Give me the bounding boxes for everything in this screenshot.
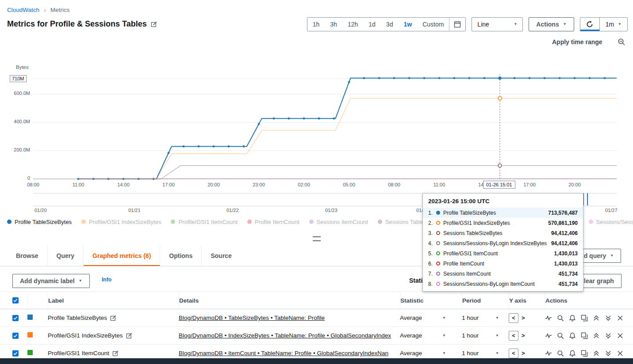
x-axis-tick-label: 14:00 — [116, 182, 131, 187]
edit-label-icon[interactable] — [112, 350, 119, 356]
tooltip-metric-row[interactable]: 1. Profile TableSizeBytes 713,576,487 — [423, 208, 583, 218]
y-axis-left-button[interactable]: < — [509, 313, 518, 323]
move-up-icon[interactable] — [593, 332, 600, 339]
duplicate-icon[interactable] — [581, 350, 588, 357]
panel-resize-handle[interactable] — [313, 236, 321, 241]
tab-graphed-metrics-8[interactable]: Graphed metrics (8) — [83, 246, 160, 266]
statistic-select[interactable]: Average ▼ — [400, 315, 446, 321]
period-value: 1 hour — [462, 315, 479, 321]
metric-details-link[interactable]: Blog/DynamoDB • IndexSizeBytes • TableNa… — [179, 332, 391, 339]
edit-title-icon[interactable] — [151, 21, 157, 27]
alarm-bell-icon[interactable] — [569, 350, 576, 357]
y-axis-right-button[interactable]: > — [522, 350, 525, 356]
legend-item[interactable]: Profile ItemCount — [247, 219, 299, 225]
breadcrumb-cloudwatch-link[interactable]: CloudWatch — [7, 7, 39, 13]
statistic-select[interactable]: Average ▼ — [400, 332, 446, 339]
y-axis-left-button[interactable]: < — [509, 331, 518, 341]
legend-label: Sessions ItemCount — [317, 219, 368, 225]
actions-button[interactable]: Actions ▼ — [529, 17, 574, 31]
y-axis-right-button[interactable]: > — [522, 315, 525, 321]
metric-details-link[interactable]: Blog/DynamoDB • TableSizeBytes • TableNa… — [179, 315, 391, 321]
metric-label[interactable]: Profile TableSizeBytes — [48, 315, 107, 321]
row-checkbox[interactable] — [12, 333, 19, 339]
refresh-button[interactable] — [580, 18, 600, 31]
move-down-icon[interactable] — [605, 332, 612, 339]
header-label: Label — [48, 297, 64, 304]
legend-item[interactable]: Profile TableSizeBytes — [7, 219, 72, 225]
move-down-icon[interactable] — [605, 315, 612, 322]
duplicate-icon[interactable] — [581, 332, 588, 339]
x-axis-tick-label: 11:00 — [71, 182, 86, 187]
tooltip-metric-row[interactable]: 3. Sessions TableSizeBytes 94,412,406 — [423, 228, 583, 238]
time-range-1d[interactable]: 1d — [363, 18, 381, 31]
tooltip-metric-row[interactable]: 8. Sessions/Sessions-ByLogin ItemCount 4… — [423, 279, 583, 289]
refresh-interval-value: 1m — [606, 21, 614, 28]
legend-item[interactable]: Profile/GSI1 IndexSizeBytes — [81, 219, 161, 225]
duplicate-icon[interactable] — [581, 315, 588, 322]
tooltip-metric-row[interactable]: 2. Profile/GSI1 IndexSizeBytes 570,861,1… — [423, 218, 583, 228]
series-marker-icon — [436, 221, 440, 225]
row-checkbox[interactable] — [12, 350, 19, 356]
time-range-12h[interactable]: 12h — [342, 18, 363, 31]
zoom-metric-icon[interactable] — [557, 350, 564, 357]
statistic-select[interactable]: Average ▼ — [400, 350, 446, 356]
period-select[interactable]: 1 hour ▼ — [462, 315, 499, 321]
chevron-down-icon: ▼ — [495, 352, 499, 355]
info-link[interactable]: Info — [102, 277, 111, 283]
y-axis-right-button[interactable]: > — [522, 332, 525, 339]
tooltip-metric-value: 1,430,013 — [554, 250, 578, 257]
move-up-icon[interactable] — [593, 315, 600, 322]
legend-item[interactable]: Sessions/Sessions-ByLogin ItemCount — [589, 219, 633, 225]
time-range-3d[interactable]: 3d — [381, 18, 399, 31]
graph-metric-icon[interactable] — [545, 350, 552, 357]
period-select[interactable]: 1 hour ▼ — [462, 332, 499, 339]
chevron-down-icon: ▼ — [618, 23, 621, 26]
scrubber-handle[interactable] — [583, 193, 588, 205]
time-range-1h[interactable]: 1h — [307, 18, 325, 31]
row-checkbox[interactable] — [12, 315, 19, 321]
tooltip-metric-value: 451,734 — [559, 281, 578, 287]
graph-metric-icon[interactable] — [545, 315, 552, 322]
refresh-interval-select[interactable]: 1m ▼ — [600, 18, 627, 31]
time-range-1w[interactable]: 1w — [398, 18, 417, 31]
move-up-icon[interactable] — [593, 350, 600, 357]
alarm-bell-icon[interactable] — [569, 315, 576, 322]
remove-metric-icon[interactable] — [617, 315, 624, 322]
scrubber-date-label: 01/22 — [226, 208, 239, 213]
alarm-bell-icon[interactable] — [569, 332, 576, 339]
legend-color-dot-icon — [378, 220, 382, 224]
legend-item[interactable]: Profile/GSI1 ItemCount — [171, 219, 238, 225]
chart-type-select[interactable]: Line ▼ — [472, 17, 523, 31]
zoom-metric-icon[interactable] — [557, 315, 564, 322]
remove-metric-icon[interactable] — [617, 332, 624, 339]
metric-label[interactable]: Profile/GSI1 ItemCount — [48, 350, 109, 356]
tab-query[interactable]: Query — [47, 246, 83, 266]
edit-label-icon[interactable] — [110, 315, 116, 321]
tab-browse[interactable]: Browse — [7, 246, 47, 266]
move-down-icon[interactable] — [605, 350, 612, 357]
metric-details-link[interactable]: Blog/DynamoDB • ItemCount • TableName: P… — [179, 350, 391, 356]
x-axis-tick-label: 20:00 — [206, 182, 221, 187]
tooltip-metric-value: 94,412,406 — [551, 230, 578, 236]
tab-source[interactable]: Source — [201, 246, 240, 266]
time-range-3h[interactable]: 3h — [325, 18, 342, 31]
add-dynamic-label-button[interactable]: Add dynamic label ▼ — [12, 274, 90, 288]
custom-range-button[interactable]: Custom — [417, 18, 449, 31]
graph-metric-icon[interactable] — [545, 332, 552, 339]
remove-metric-icon[interactable] — [617, 350, 624, 357]
tooltip-metric-row[interactable]: 5. Profile/GSI1 ItemCount 1,430,013 — [423, 248, 583, 258]
calendar-button[interactable] — [449, 18, 465, 31]
header-period: Period — [462, 297, 481, 304]
tooltip-metric-row[interactable]: 4. Sessions/Sessions-ByLogin IndexSizeBy… — [423, 238, 583, 248]
metric-label[interactable]: Profile/GSI1 IndexSizeBytes — [48, 332, 123, 339]
legend-item[interactable]: Sessions ItemCount — [309, 219, 368, 225]
zoom-metric-icon[interactable] — [557, 332, 564, 339]
y-axis-left-button[interactable]: < — [509, 349, 518, 358]
tooltip-metric-row[interactable]: 7. Sessions ItemCount 451,734 — [423, 269, 583, 279]
select-all-checkbox[interactable] — [12, 297, 19, 303]
tooltip-metric-row[interactable]: 6. Profile ItemCount 1,430,013 — [423, 258, 583, 269]
period-select[interactable]: 1 hour ▼ — [462, 350, 499, 356]
tooltip-rank: 2. — [428, 220, 436, 226]
tab-options[interactable]: Options — [160, 246, 201, 266]
edit-label-icon[interactable] — [126, 333, 132, 339]
